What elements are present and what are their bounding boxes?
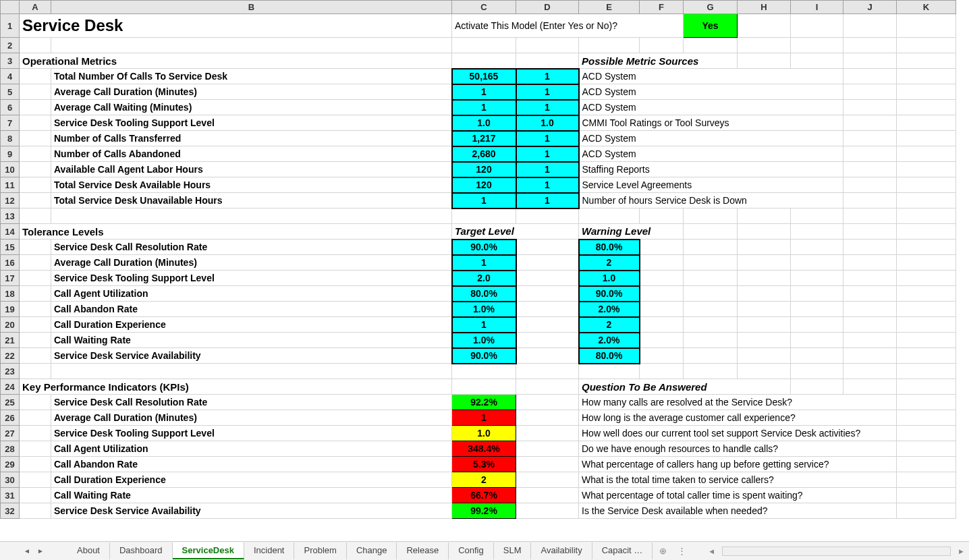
warning-header: Warning Level (579, 224, 684, 240)
op-value-d[interactable]: 1 (516, 193, 579, 208)
tol-label: Call Agent Utilization (51, 286, 452, 302)
op-value-d[interactable]: 1 (516, 100, 579, 115)
kpi-value[interactable]: 92.2% (452, 395, 516, 410)
tol-target[interactable]: 1 (452, 317, 516, 333)
col-header-E[interactable]: E (579, 1, 640, 14)
op-label: Available Call Agent Labor Hours (51, 162, 452, 177)
op-source: ACD System (579, 84, 843, 100)
op-source: ACD System (579, 146, 843, 162)
target-header: Target Level (452, 224, 579, 240)
col-header-I[interactable]: I (791, 1, 843, 14)
tab-change[interactable]: Change (347, 542, 397, 559)
op-value-c[interactable]: 1.0 (452, 115, 516, 131)
tol-target[interactable]: 80.0% (452, 286, 516, 302)
tol-label: Average Call Duration (Minutes) (51, 255, 452, 271)
tol-warning[interactable]: 80.0% (579, 240, 640, 255)
spreadsheet-grid[interactable]: ABCDEFGHIJK1Service DeskActivate This Mo… (0, 0, 956, 519)
op-label: Average Call Waiting (Minutes) (51, 100, 452, 115)
op-value-d[interactable]: 1 (516, 131, 579, 146)
tol-label: Service Desk Service Availability (51, 348, 452, 364)
tol-warning[interactable]: 2.0% (579, 333, 640, 348)
tol-label: Service Desk Call Resolution Rate (51, 240, 452, 255)
col-header-K[interactable]: K (897, 1, 956, 14)
op-value-c[interactable]: 1 (452, 100, 516, 115)
kpi-value[interactable]: 66.7% (452, 488, 516, 503)
op-value-c[interactable]: 2,680 (452, 146, 516, 162)
kpi-question: Is the Service Desk available when neede… (579, 503, 897, 519)
kpi-value[interactable]: 1 (452, 410, 516, 426)
tol-warning[interactable]: 2 (579, 255, 640, 271)
op-value-d[interactable]: 1 (516, 177, 579, 193)
sources-header: Possible Metric Sources (579, 53, 738, 69)
col-header-A[interactable]: A (20, 1, 51, 14)
corner-cell[interactable] (1, 1, 20, 14)
horizontal-scrollbar[interactable] (722, 547, 951, 556)
tol-target[interactable]: 90.0% (452, 240, 516, 255)
kpi-label: Service Desk Tooling Support Level (51, 426, 452, 441)
tol-target[interactable]: 1.0% (452, 302, 516, 317)
col-header-B[interactable]: B (51, 1, 452, 14)
tol-warning[interactable]: 2 (579, 317, 640, 333)
page-title: Service Desk (20, 14, 452, 38)
op-value-c[interactable]: 1 (452, 193, 516, 208)
scroll-right-icon[interactable]: ► (953, 547, 969, 555)
col-header-C[interactable]: C (452, 1, 516, 14)
kpi-value[interactable]: 348.4% (452, 441, 516, 457)
tab-release[interactable]: Release (397, 542, 449, 559)
op-value-c[interactable]: 120 (452, 177, 516, 193)
kpi-value[interactable]: 5.3% (452, 457, 516, 472)
activate-prompt: Activate This Model (Enter Yes or No)? (452, 14, 684, 38)
op-value-d[interactable]: 1 (516, 146, 579, 162)
kpi-value[interactable]: 99.2% (452, 503, 516, 519)
kpi-question: How long is the average customer call ex… (579, 410, 897, 426)
col-header-F[interactable]: F (640, 1, 684, 14)
col-header-G[interactable]: G (684, 1, 738, 14)
add-sheet-button[interactable]: ⊕ (653, 546, 673, 556)
tol-target[interactable]: 1.0% (452, 333, 516, 348)
tol-warning[interactable]: 1.0 (579, 271, 640, 286)
tab-servicedesk[interactable]: ServiceDesk (173, 542, 244, 559)
col-header-H[interactable]: H (738, 1, 791, 14)
tol-label: Service Desk Tooling Support Level (51, 271, 452, 286)
tab-nav[interactable]: ◄► (0, 547, 67, 555)
op-label: Average Call Duration (Minutes) (51, 84, 452, 100)
sheet-tabs: ◄► AboutDashboardServiceDeskIncidentProb… (0, 541, 969, 560)
kpi-question: What percentage of total caller time is … (579, 488, 897, 503)
activate-value[interactable]: Yes (684, 14, 738, 38)
op-value-d[interactable]: 1 (516, 69, 579, 84)
tab-dashboard[interactable]: Dashboard (110, 542, 173, 559)
op-value-c[interactable]: 1,217 (452, 131, 516, 146)
kpi-value[interactable]: 2 (452, 472, 516, 488)
col-header-J[interactable]: J (843, 1, 897, 14)
tab-slm[interactable]: SLM (494, 542, 532, 559)
op-value-d[interactable]: 1.0 (516, 115, 579, 131)
kpi-label: Average Call Duration (Minutes) (51, 410, 452, 426)
op-source: Service Level Agreements (579, 177, 843, 193)
tol-warning[interactable]: 2.0% (579, 302, 640, 317)
tab-config[interactable]: Config (449, 542, 494, 559)
tol-target[interactable]: 90.0% (452, 348, 516, 364)
scroll-left-icon[interactable]: ◄ (704, 547, 719, 555)
tol-target[interactable]: 2.0 (452, 271, 516, 286)
tol-label: Call Abandon Rate (51, 302, 452, 317)
op-value-c[interactable]: 50,165 (452, 69, 516, 84)
tol-warning[interactable]: 80.0% (579, 348, 640, 364)
op-value-c[interactable]: 1 (452, 84, 516, 100)
col-header-D[interactable]: D (516, 1, 579, 14)
kpi-question: What percentage of callers hang up befor… (579, 457, 897, 472)
tab-about[interactable]: About (67, 542, 110, 559)
tab-availability[interactable]: Availability (531, 542, 592, 559)
op-source: Number of hours Service Desk is Down (579, 193, 843, 208)
tab-incident[interactable]: Incident (244, 542, 295, 559)
tol-target[interactable]: 1 (452, 255, 516, 271)
kpi-value[interactable]: 1.0 (452, 426, 516, 441)
tol-warning[interactable]: 90.0% (579, 286, 640, 302)
op-value-c[interactable]: 120 (452, 162, 516, 177)
tab-capacit …[interactable]: Capacit … (592, 542, 653, 559)
row-header-1[interactable]: 1 (1, 14, 20, 38)
question-header: Question To Be Answered (579, 379, 791, 395)
op-value-d[interactable]: 1 (516, 84, 579, 100)
tab-problem[interactable]: Problem (294, 542, 346, 559)
op-value-d[interactable]: 1 (516, 162, 579, 177)
section-operational: Operational Metrics (20, 53, 452, 69)
